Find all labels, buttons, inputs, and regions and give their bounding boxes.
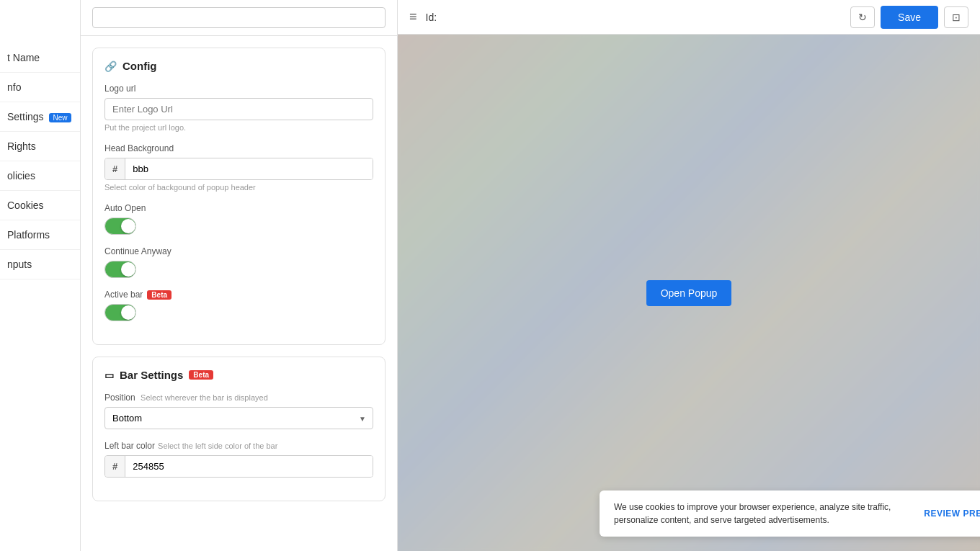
bar-settings-beta-badge: Beta [189,370,213,380]
auto-open-toggle[interactable] [104,218,136,235]
review-preferences-button[interactable]: REVIEW PREFERENCES [924,509,980,519]
color-hash-symbol: # [105,158,125,179]
new-badge: New [49,113,71,122]
logo-url-field: Logo url Put the project url logo. [104,84,373,132]
config-panel: 🔗 Config Logo url Put the project url lo… [81,0,398,551]
position-field: Position Select wherever the bar is disp… [104,393,373,429]
active-bar-beta-badge: Beta [147,290,172,300]
bar-icon: ▭ [104,369,114,381]
active-bar-toggle-container [104,304,373,321]
sidebar-item-rights[interactable]: Rights [0,132,80,161]
preview-toolbar: ≡ Id: ↻ Save ⊡ [398,0,980,35]
sidebar-item-platforms[interactable]: Platforms [0,220,80,250]
left-bar-color-field: Left bar color Select the left side colo… [104,441,373,478]
head-background-color-input: # [104,158,373,180]
sidebar-item-name[interactable]: t Name [0,43,80,73]
cookie-bar: We use cookies to improve your browser e… [600,490,980,537]
logo-url-hint: Put the project url logo. [104,123,373,132]
config-panel-header [81,0,397,36]
head-background-hint: Select color of backgound of popup heade… [104,183,373,192]
active-bar-label: Active bar Beta [104,290,373,300]
active-bar-field: Active bar Beta [104,290,373,321]
name-input[interactable] [92,7,386,28]
auto-open-toggle-container [104,218,373,235]
sidebar-item-settings[interactable]: Settings New [0,102,80,132]
sidebar-item-cookies[interactable]: Cookies [0,191,80,220]
logo-url-label: Logo url [104,84,373,94]
left-bar-color-hint: Select the left side color of the bar [158,442,277,450]
auto-open-field: Auto Open [104,203,373,235]
toolbar-left: ≡ Id: [409,9,437,24]
open-popup-button[interactable]: Open Popup [646,280,732,306]
cookie-text: We use cookies to improve your browser e… [614,501,909,527]
toolbar-right: ↻ Save ⊡ [850,6,968,29]
head-background-field: Head Background # Select color of backgo… [104,143,373,192]
continue-anyway-toggle[interactable] [104,261,136,278]
position-select[interactable]: Top Bottom Left Right [104,407,373,429]
config-section-title: 🔗 Config [104,60,373,72]
bar-settings-section: ▭ Bar Settings Beta Position Select wher… [92,357,386,501]
id-label: Id: [426,12,437,23]
continue-anyway-toggle-container [104,261,373,278]
left-bar-color-label: Left bar color Select the left side colo… [104,441,373,451]
active-bar-toggle[interactable] [104,304,136,321]
bar-settings-title: ▭ Bar Settings Beta [104,369,373,381]
config-section: 🔗 Config Logo url Put the project url lo… [92,48,386,345]
position-select-wrapper: Top Bottom Left Right [104,407,373,429]
auto-open-toggle-knob [121,219,135,233]
continue-anyway-toggle-knob [121,262,135,277]
logo-url-input[interactable] [104,98,373,120]
head-background-label: Head Background [104,143,373,153]
save-button[interactable]: Save [881,6,938,29]
menu-icon[interactable]: ≡ [409,9,417,24]
preview-background: Open Popup We use cookies to improve you… [398,35,980,551]
position-label: Position Select wherever the bar is disp… [104,393,373,403]
left-bar-color-hash: # [105,456,125,477]
sidebar: t Name nfo Settings New Rights olicies C… [0,0,81,551]
active-bar-toggle-knob [121,305,135,320]
head-background-color-value[interactable] [125,158,373,179]
left-bar-color-value[interactable] [125,456,373,477]
left-bar-color-input: # [104,455,373,478]
continue-anyway-field: Continue Anyway [104,246,373,278]
config-panel-body: 🔗 Config Logo url Put the project url lo… [81,36,397,551]
position-hint: Select wherever the bar is displayed [141,393,268,402]
auto-open-label: Auto Open [104,203,373,213]
preview-area: ≡ Id: ↻ Save ⊡ Open Popup We use cookies… [398,0,980,551]
link-icon: 🔗 [104,61,117,72]
extra-button[interactable]: ⊡ [944,6,968,28]
continue-anyway-label: Continue Anyway [104,246,373,256]
refresh-button[interactable]: ↻ [850,6,875,28]
sidebar-item-inputs[interactable]: nputs [0,250,80,279]
sidebar-item-info[interactable]: nfo [0,73,80,102]
sidebar-item-policies[interactable]: olicies [0,161,80,191]
